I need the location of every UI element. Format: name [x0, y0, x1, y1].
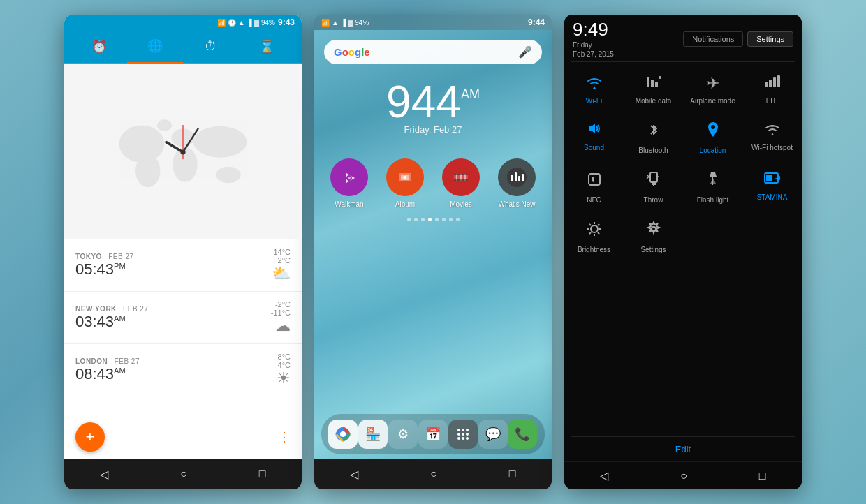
settings-icon	[645, 221, 662, 242]
album-icon	[386, 158, 424, 196]
tab-alarm[interactable]: ⏰	[71, 30, 127, 63]
svg-point-36	[466, 433, 469, 436]
notifications-button[interactable]: Notifications	[683, 31, 743, 47]
dot-6	[442, 218, 446, 221]
dock-chrome[interactable]	[328, 420, 358, 449]
flashlight-icon	[706, 171, 720, 192]
qs-brightness[interactable]: Brightness	[564, 211, 624, 260]
phone2-wifi-icon: ▲	[332, 19, 339, 27]
qs-lte[interactable]: LTE	[742, 65, 802, 112]
svg-point-30	[340, 431, 346, 437]
home-minute: 44	[411, 77, 461, 127]
city-row-newyork[interactable]: NEW YORK FEB 27 03:43AM -2°C -11°C ☁	[64, 292, 302, 344]
home-screen: Google 🎤 944AM Friday, Feb 27	[314, 30, 552, 459]
phone1-status-bar: 📶 🕐 ▲ ▐ ▓ 94% 9:43	[64, 15, 302, 30]
qs-sound[interactable]: Sound	[564, 112, 624, 161]
throw-label: Throw	[644, 196, 663, 204]
weather-icon-newyork: ☁	[271, 317, 291, 335]
phone3-recents-button[interactable]: □	[759, 470, 766, 482]
tab-timer[interactable]: ⌛	[239, 30, 295, 63]
dot-1	[407, 218, 411, 221]
svg-point-31	[457, 429, 460, 431]
phone3-back-button[interactable]: ◁	[600, 469, 608, 482]
svg-text:+: +	[775, 175, 779, 181]
phone3-home-button[interactable]: ○	[680, 470, 687, 482]
sim-icon: 📶	[217, 19, 226, 27]
phone2-status-bar: 📶 ▲ ▐ ▓ 94% 9:44	[314, 15, 552, 30]
google-search-bar[interactable]: Google 🎤	[324, 40, 542, 64]
home-time-display: 944AM Friday, Feb 27	[314, 80, 552, 142]
clock-map-area	[64, 64, 302, 239]
tab-world-clock[interactable]: 🌐	[127, 30, 183, 64]
dock-tools[interactable]: ⚙	[388, 420, 418, 449]
city-row-tokyo[interactable]: TOKYO FEB 27 05:43PM 14°C 2°C ⛅	[64, 239, 302, 292]
qs-header-buttons: Notifications Settings	[683, 31, 793, 47]
svg-rect-47	[777, 75, 780, 87]
qs-time: 9:49	[573, 19, 614, 40]
qs-nfc[interactable]: NFC	[564, 161, 624, 211]
qs-bluetooth[interactable]: Bluetooth	[624, 112, 683, 161]
dock-phone[interactable]: 📞	[508, 420, 537, 449]
phone1-status-icons: 📶 🕐 ▲ ▐ ▓ 94%	[217, 19, 275, 27]
phone2-recents-button[interactable]: □	[509, 468, 516, 480]
qs-wifi[interactable]: Wi-Fi	[564, 65, 624, 112]
sound-icon	[586, 121, 603, 140]
app-album[interactable]: Album	[383, 158, 427, 208]
city-name-london: LONDON FEB 27	[75, 357, 140, 365]
qs-settings-button[interactable]: Settings	[747, 31, 793, 47]
svg-rect-25	[511, 175, 513, 181]
qs-settings[interactable]: Settings	[624, 211, 683, 260]
app-walkman[interactable]: Walkman	[327, 158, 372, 208]
page-dots	[314, 218, 552, 221]
dock-messaging[interactable]: 💬	[478, 420, 508, 449]
dock-calendar[interactable]: 📅	[418, 420, 448, 449]
wifi-hotspot-label: Wi-Fi hotspot	[751, 144, 793, 151]
city-weather-newyork: -2°C -11°C ☁	[271, 300, 291, 335]
svg-point-34	[457, 433, 460, 436]
qs-throw[interactable]: Throw	[624, 161, 683, 211]
app-grid: Walkman Album	[314, 144, 552, 215]
qs-stamina[interactable]: + STAMINA	[742, 161, 802, 211]
phone3-nav-bar: ◁ ○ □	[564, 461, 802, 489]
movies-icon	[442, 158, 480, 196]
phone-1-clock: 📶 🕐 ▲ ▐ ▓ 94% 9:43 ⏰ 🌐 ⏱ ⌛	[64, 15, 302, 489]
dot-3	[421, 218, 425, 221]
phone2-home-button[interactable]: ○	[430, 468, 437, 480]
svg-rect-22	[454, 174, 468, 175]
svg-rect-28	[522, 174, 524, 181]
svg-rect-45	[769, 80, 772, 87]
recents-button[interactable]: □	[259, 468, 266, 480]
qs-location[interactable]: Location	[683, 112, 742, 161]
tab-stopwatch[interactable]: ⏱	[183, 30, 239, 63]
qs-mobile-data[interactable]: Mobile data	[624, 65, 683, 112]
svg-rect-57	[766, 175, 772, 181]
airplane-icon: ✈	[707, 75, 719, 93]
home-button[interactable]: ○	[180, 468, 187, 480]
svg-marker-48	[589, 124, 595, 133]
app-whatsnew[interactable]: What's New	[494, 158, 539, 208]
app-movies[interactable]: Movies	[439, 158, 483, 208]
edit-button[interactable]: Edit	[675, 444, 691, 454]
brightness-label: Brightness	[578, 246, 610, 253]
qs-flashlight[interactable]: Flash light	[683, 161, 742, 211]
movies-label: Movies	[450, 200, 472, 208]
back-button[interactable]: ◁	[100, 468, 108, 481]
qs-airplane[interactable]: ✈ Airplane mode	[683, 65, 742, 112]
microphone-icon[interactable]: 🎤	[518, 45, 532, 59]
svg-point-38	[462, 437, 464, 440]
dot-5	[435, 218, 439, 221]
album-label: Album	[395, 200, 415, 208]
wifi-label: Wi-Fi	[586, 97, 602, 105]
home-time: 944AM	[314, 80, 552, 124]
phone-3-quicksettings: 9:49 Friday Feb 27, 2015 Notifications S…	[564, 15, 802, 489]
lte-label: LTE	[766, 97, 779, 105]
add-clock-button[interactable]: +	[75, 422, 105, 452]
more-options-button[interactable]: ⋮	[278, 429, 291, 445]
city-row-london[interactable]: LONDON FEB 27 08:43AM 8°C 4°C ☀	[64, 344, 302, 396]
city-weather-london: 8°C 4°C ☀	[277, 353, 291, 387]
dock-apps[interactable]	[448, 420, 478, 449]
phone-2-home: 📶 ▲ ▐ ▓ 94% 9:44 Google 🎤 944AM	[314, 15, 552, 489]
qs-wifi-hotspot[interactable]: ☰ Wi-Fi hotspot	[742, 112, 802, 161]
phone2-back-button[interactable]: ◁	[350, 468, 358, 481]
dock-store[interactable]: 🏪	[358, 420, 388, 449]
